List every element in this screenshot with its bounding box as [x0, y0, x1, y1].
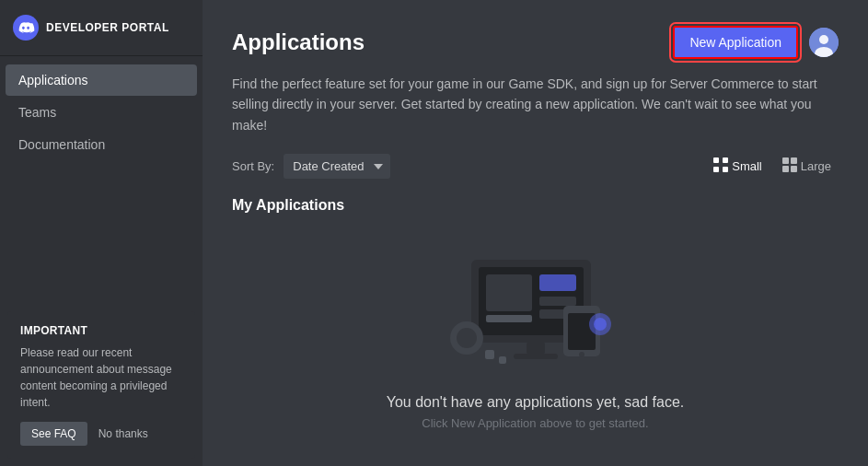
svg-rect-6 [713, 167, 719, 172]
svg-rect-18 [539, 309, 567, 319]
sidebar-title: DEVELOPER PORTAL [46, 21, 169, 34]
no-thanks-button[interactable]: No thanks [95, 424, 152, 444]
svg-rect-8 [782, 157, 789, 164]
important-box: IMPORTANT Please read our recent announc… [7, 311, 195, 459]
empty-primary-text: You don't have any applications yet, sad… [387, 394, 685, 411]
large-view-label: Large [801, 159, 831, 173]
svg-rect-17 [539, 297, 576, 306]
small-view-label: Small [732, 159, 762, 173]
sidebar-item-applications[interactable]: Applications [6, 64, 197, 96]
svg-rect-4 [713, 157, 719, 163]
sort-left: Sort By: Date Created Name [232, 154, 390, 179]
svg-point-23 [579, 352, 584, 357]
page-title: Applications [232, 29, 365, 55]
large-grid-icon [782, 157, 797, 175]
empty-state: You don't have any applications yet, sad… [232, 232, 839, 449]
svg-rect-10 [782, 166, 789, 172]
svg-rect-28 [485, 350, 494, 359]
avatar-icon [809, 28, 839, 57]
svg-rect-16 [539, 274, 576, 291]
svg-rect-11 [791, 166, 797, 172]
svg-point-27 [594, 318, 607, 331]
svg-point-25 [457, 328, 477, 348]
sidebar: DEVELOPER PORTAL Applications Teams Docu… [0, 0, 203, 466]
svg-rect-9 [791, 157, 797, 164]
svg-rect-19 [527, 343, 545, 354]
sidebar-nav: Applications Teams Documentation [0, 56, 203, 304]
important-title: IMPORTANT [20, 324, 182, 337]
important-actions: See FAQ No thanks [20, 422, 182, 446]
main-header: Applications New Application [232, 26, 839, 59]
description-text: Find the perfect feature set for your ga… [232, 74, 839, 135]
sidebar-header: DEVELOPER PORTAL [0, 0, 203, 56]
discord-logo-icon [13, 15, 39, 41]
large-view-toggle[interactable]: Large [775, 154, 839, 179]
svg-rect-15 [486, 315, 532, 322]
small-view-toggle[interactable]: Small [706, 154, 770, 179]
sidebar-item-teams[interactable]: Teams [6, 97, 197, 128]
see-faq-button[interactable]: See FAQ [20, 422, 87, 446]
svg-rect-29 [499, 356, 506, 364]
my-applications-section: My Applications [232, 197, 839, 449]
empty-secondary-text: Click New Application above to get start… [422, 416, 648, 430]
empty-illustration [444, 250, 628, 379]
svg-rect-7 [723, 167, 728, 172]
my-applications-heading: My Applications [232, 197, 839, 214]
small-grid-icon [713, 157, 728, 175]
main-content: Applications New Application Find the pe… [203, 0, 868, 466]
sort-select[interactable]: Date Created Name [284, 154, 390, 179]
svg-rect-5 [723, 157, 728, 163]
new-application-button[interactable]: New Application [673, 26, 798, 59]
svg-rect-20 [514, 354, 558, 359]
avatar[interactable] [809, 28, 839, 57]
view-toggles: Small Large [706, 154, 839, 179]
important-text: Please read our recent announcement abou… [20, 344, 182, 411]
svg-point-2 [819, 35, 828, 44]
sidebar-item-documentation[interactable]: Documentation [6, 129, 197, 160]
sort-bar: Sort By: Date Created Name Small [232, 154, 839, 179]
sort-label: Sort By: [232, 159, 274, 173]
svg-rect-14 [486, 274, 532, 311]
header-right: New Application [673, 26, 839, 59]
